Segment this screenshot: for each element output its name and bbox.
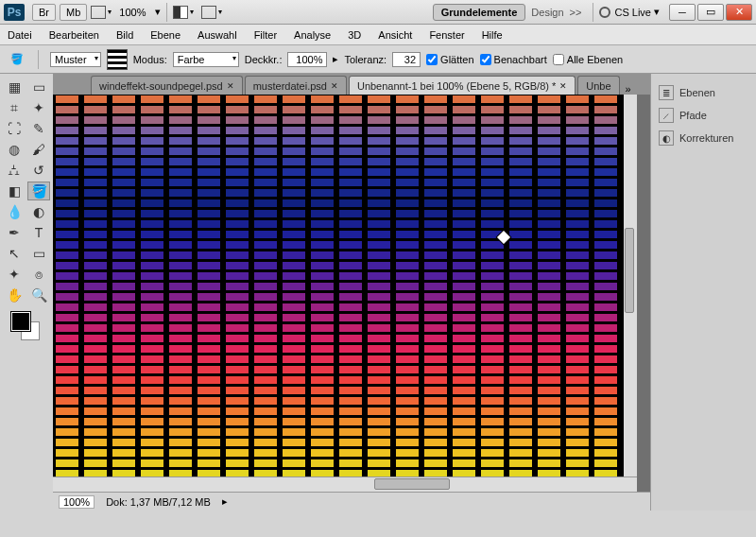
type-tool[interactable]: T <box>27 223 50 242</box>
separator <box>38 50 39 69</box>
opacity-label: Deckkr.: <box>245 54 283 65</box>
arrange-dropdown[interactable]: ▾ <box>173 6 194 19</box>
hand-tool[interactable]: ✋ <box>3 286 26 304</box>
bridge-button[interactable]: Br <box>32 4 56 21</box>
chevron-icon[interactable]: ▸ <box>333 53 338 65</box>
zoom-level[interactable]: 100% <box>119 7 146 18</box>
shape-tool[interactable]: ▭ <box>27 244 50 263</box>
antialias-checkbox[interactable]: Glätten <box>426 54 473 65</box>
menu-analyse[interactable]: Analyse <box>294 29 331 41</box>
titlebar: Ps Br Mb ▾ 100%▾ ▾ ▾ Grundelemente Desig… <box>0 0 756 25</box>
tolerance-input[interactable]: 32 <box>392 52 421 67</box>
tab-1[interactable]: windeffekt-soundpegel.psd✕ <box>91 76 243 95</box>
path-tool[interactable]: ↖ <box>3 244 26 263</box>
chevron-icon[interactable]: ▸ <box>222 495 228 508</box>
modus-label: Modus: <box>133 54 167 65</box>
modus-select[interactable]: Farbe <box>173 52 239 67</box>
healing-tool[interactable]: ◍ <box>3 140 26 159</box>
panels-dock: ≣Ebenen ⟋Pfade ◐Korrekturen <box>650 74 756 511</box>
menu-datei[interactable]: Datei <box>8 29 32 41</box>
layers-icon: ≣ <box>659 85 674 100</box>
horizontal-scrollbar[interactable] <box>53 476 637 492</box>
menu-3d[interactable]: 3D <box>348 29 361 41</box>
minibridge-button[interactable]: Mb <box>60 4 87 21</box>
status-doc-size: Dok: 1,37 MB/7,12 MB <box>106 496 211 508</box>
move-tool[interactable]: ▦ <box>3 78 26 96</box>
bucket-icon: 🪣 <box>8 50 26 69</box>
scrollbar-thumb[interactable] <box>374 478 450 490</box>
scrollbar-thumb[interactable] <box>625 228 634 313</box>
document-tabs: windeffekt-soundpegel.psd✕ musterdatei.p… <box>53 74 650 95</box>
separator <box>593 3 593 22</box>
camera-tool[interactable]: ⌾ <box>27 265 50 284</box>
canvas[interactable] <box>53 95 637 476</box>
close-icon[interactable]: ✕ <box>227 81 234 91</box>
3d-tool[interactable]: ✦ <box>3 265 26 284</box>
color-swatches[interactable] <box>11 312 42 342</box>
menu-fenster[interactable]: Fenster <box>429 29 464 41</box>
lasso-tool[interactable]: ⌗ <box>3 98 26 117</box>
tab-4[interactable]: Unbe <box>577 76 619 95</box>
marquee-tool[interactable]: ▭ <box>27 78 50 96</box>
tab-3[interactable]: Unbenannt-1 bei 100% (Ebene 5, RGB/8) *✕ <box>349 76 576 95</box>
menu-ebene[interactable]: Ebene <box>150 29 180 41</box>
screen-mode-dropdown[interactable]: ▾ <box>201 6 222 19</box>
bucket-tool[interactable]: 🪣 <box>27 182 50 200</box>
history-brush-tool[interactable]: ↺ <box>27 161 50 180</box>
workspace-design[interactable]: Design <box>531 7 563 18</box>
close-button[interactable]: ✕ <box>726 4 752 21</box>
eraser-tool[interactable]: ◧ <box>3 182 26 200</box>
brush-tool[interactable]: 🖌 <box>27 140 50 159</box>
pen-tool[interactable]: ✒ <box>3 223 26 242</box>
separator <box>166 3 167 22</box>
cslive-button[interactable]: CS Live▾ <box>599 6 660 18</box>
pattern-swatch[interactable] <box>107 49 128 70</box>
menu-bild[interactable]: Bild <box>116 29 133 41</box>
crop-tool[interactable]: ⛶ <box>3 119 26 138</box>
view-extras-dropdown[interactable]: ▾ <box>91 6 112 19</box>
menu-bearbeiten[interactable]: Bearbeiten <box>49 29 99 41</box>
panel-ebenen[interactable]: ≣Ebenen <box>657 81 750 104</box>
vertical-scrollbar[interactable] <box>624 95 637 476</box>
foreground-swatch[interactable] <box>11 312 30 331</box>
menu-hilfe[interactable]: Hilfe <box>482 29 503 41</box>
ring-icon <box>599 7 610 18</box>
zoom-tool[interactable]: 🔍 <box>27 286 50 304</box>
wand-tool[interactable]: ✦ <box>27 98 50 117</box>
blur-tool[interactable]: 💧 <box>3 202 26 221</box>
options-bar: 🪣 Muster Modus: Farbe Deckkr.: 100%▸ Tol… <box>0 45 756 74</box>
eyedropper-tool[interactable]: ✎ <box>27 119 50 138</box>
tab-overflow[interactable]: » <box>626 83 631 95</box>
tolerance-label: Toleranz: <box>344 54 387 65</box>
status-bar: 100% Dok: 1,37 MB/7,12 MB ▸ <box>53 492 650 511</box>
all-layers-checkbox[interactable]: Alle Ebenen <box>553 54 623 65</box>
menu-auswahl[interactable]: Auswahl <box>198 29 237 41</box>
paths-icon: ⟋ <box>659 108 674 123</box>
panel-korrekturen[interactable]: ◐Korrekturen <box>657 127 750 149</box>
close-icon[interactable]: ✕ <box>559 81 567 91</box>
chevron-down-icon: ▾ <box>155 6 161 18</box>
tab-2[interactable]: musterdatei.psd✕ <box>245 76 347 95</box>
contiguous-checkbox[interactable]: Benachbart <box>480 54 547 65</box>
opacity-input[interactable]: 100% <box>287 52 327 67</box>
menu-filter[interactable]: Filter <box>254 29 277 41</box>
workspace-more[interactable]: >> <box>570 7 582 18</box>
fill-source-select[interactable]: Muster <box>50 52 101 67</box>
minimize-button[interactable]: ─ <box>669 4 696 21</box>
panel-pfade[interactable]: ⟋Pfade <box>657 104 750 127</box>
close-icon[interactable]: ✕ <box>331 81 338 91</box>
maximize-button[interactable]: ▭ <box>697 4 724 21</box>
adjustments-icon: ◐ <box>659 130 674 146</box>
dodge-tool[interactable]: ◐ <box>27 202 50 221</box>
ps-logo: Ps <box>4 4 25 21</box>
menu-ansicht[interactable]: Ansicht <box>378 29 412 41</box>
status-zoom[interactable]: 100% <box>59 495 94 509</box>
menubar: Datei Bearbeiten Bild Ebene Auswahl Filt… <box>0 25 756 45</box>
tool-palette: ▦▭ ⌗✦ ⛶✎ ◍🖌 ⛼↺ ◧🪣 💧◐ ✒T ↖▭ ✦⌾ ✋🔍 <box>0 74 53 511</box>
stamp-tool[interactable]: ⛼ <box>3 161 26 180</box>
workspace-button[interactable]: Grundelemente <box>433 4 526 21</box>
